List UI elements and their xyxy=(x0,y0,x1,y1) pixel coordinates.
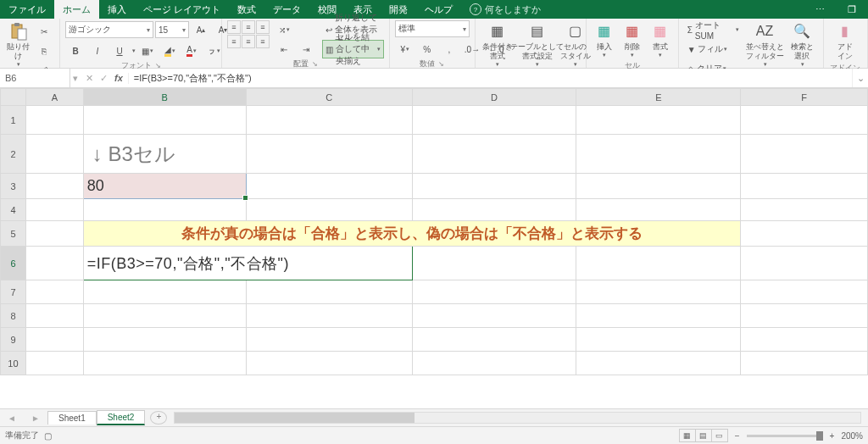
find-select-button[interactable]: 🔍検索と 選択▾ xyxy=(787,20,818,69)
tab-formulas[interactable]: 数式 xyxy=(229,0,264,19)
merge-center-button[interactable]: ▥ セルを結合して中央揃え▾ xyxy=(322,40,384,58)
row-header-8[interactable]: 8 xyxy=(1,304,26,328)
italic-button[interactable]: I xyxy=(87,42,108,60)
zoom-in-button[interactable]: + xyxy=(830,431,835,441)
border-button[interactable]: ▦▾ xyxy=(137,42,158,60)
namebox-dropdown-icon[interactable]: ▾ xyxy=(70,73,81,84)
row-header-6[interactable]: 6 xyxy=(1,247,26,280)
bold-button[interactable]: B xyxy=(65,42,86,60)
format-as-table-button[interactable]: ▤テーブルとして 書式設定▾ xyxy=(517,20,558,69)
decrease-indent-button[interactable]: ⇤ xyxy=(274,40,294,58)
window-restore-icon[interactable]: ❐ xyxy=(836,0,868,19)
row-header-10[interactable]: 10 xyxy=(1,352,26,375)
insert-cells-button[interactable]: ▦挿入▾ xyxy=(592,20,617,60)
col-header-A[interactable]: A xyxy=(25,89,83,106)
svg-rect-1 xyxy=(14,23,19,26)
increase-font-button[interactable]: A▴ xyxy=(191,20,211,39)
paste-icon xyxy=(9,22,28,41)
cf-icon: ▦ xyxy=(488,22,507,41)
font-size-combo[interactable]: 15▾ xyxy=(155,21,189,38)
sheet-nav-prev-icon[interactable]: ◄ xyxy=(0,413,24,423)
tab-file[interactable]: ファイル xyxy=(0,0,54,19)
fill-button[interactable]: ▼ フィル▾ xyxy=(684,40,743,58)
tab-insert[interactable]: 挿入 xyxy=(99,0,135,19)
font-name-combo[interactable]: 游ゴシック▾ xyxy=(65,21,153,38)
underline-button[interactable]: U xyxy=(109,42,130,60)
addin-button[interactable]: ▮アド イン xyxy=(829,20,861,63)
fx-icon[interactable]: fx xyxy=(114,73,123,83)
percent-button[interactable]: % xyxy=(417,40,437,58)
formula-bar-expand-icon[interactable]: ⌄ xyxy=(852,69,868,87)
tab-help[interactable]: ヘルプ xyxy=(416,0,461,19)
delete-icon: ▦ xyxy=(623,22,642,41)
font-color-button[interactable]: A▾ xyxy=(181,42,202,60)
macro-record-icon[interactable]: ▢ xyxy=(44,431,52,441)
col-header-D[interactable]: D xyxy=(412,89,576,106)
orientation-button[interactable]: ⤮▾ xyxy=(274,20,294,39)
alignment-grid[interactable]: ≡≡≡≡≡≡ xyxy=(227,20,270,48)
format-icon: ▦ xyxy=(651,22,670,41)
cell-B2[interactable]: ↓ B3セル xyxy=(83,135,246,174)
search-icon: 🔍 xyxy=(793,22,811,41)
row-header-1[interactable]: 1 xyxy=(1,106,26,135)
sheet-nav-next-icon[interactable]: ► xyxy=(24,413,47,423)
copy-button[interactable]: ⎘ xyxy=(34,42,54,60)
tell-me[interactable]: ? 何をしますか xyxy=(470,3,541,16)
table-icon: ▤ xyxy=(528,22,547,41)
cell-B6-active[interactable]: =IF(B3>=70,"合格","不合格") xyxy=(83,247,412,280)
spreadsheet-grid[interactable]: A B C D E F 1 2↓ B3セル 380 4 5条件が真の場合は「合格… xyxy=(0,88,868,408)
zoom-level[interactable]: 200% xyxy=(841,431,863,441)
tab-home[interactable]: ホーム xyxy=(54,0,99,19)
enter-formula-icon[interactable]: ✓ xyxy=(100,73,108,84)
col-header-F[interactable]: F xyxy=(741,89,868,106)
col-header-B[interactable]: B xyxy=(83,89,246,106)
font-color-icon: A xyxy=(186,45,192,57)
cancel-formula-icon[interactable]: ✕ xyxy=(86,73,93,84)
view-buttons[interactable]: ▦▤▭ xyxy=(680,429,728,442)
bucket-icon: ◢ xyxy=(164,45,171,57)
phonetic-button[interactable]: ㇷ▾ xyxy=(203,42,224,60)
row-header-4[interactable]: 4 xyxy=(1,199,26,221)
row-header-9[interactable]: 9 xyxy=(1,328,26,352)
tell-me-label: 何をしますか xyxy=(485,3,541,16)
formula-bar: B6 ▾ ✕ ✓ fx ⌄ xyxy=(0,69,868,88)
fill-color-button[interactable]: ◢▾ xyxy=(159,42,180,60)
ribbon: 貼り付け▾ ✂ ⎘ 🖌 クリップボード↘ 游ゴシック▾ 15▾ A▴ A▾ xyxy=(0,19,868,69)
row-header-7[interactable]: 7 xyxy=(1,280,26,304)
horizontal-scrollbar[interactable] xyxy=(174,412,861,424)
name-box[interactable]: B6 xyxy=(0,69,70,87)
conditional-formatting-button[interactable]: ▦条件付き 書式▾ xyxy=(481,20,515,69)
col-header-C[interactable]: C xyxy=(246,89,412,106)
cell-B3[interactable]: 80 xyxy=(83,174,246,199)
cut-button[interactable]: ✂ xyxy=(34,22,54,41)
tab-page-layout[interactable]: ページ レイアウト xyxy=(135,0,229,19)
col-header-E[interactable]: E xyxy=(576,89,741,106)
zoom-slider[interactable] xyxy=(747,435,823,437)
increase-indent-button[interactable]: ⇥ xyxy=(296,40,316,58)
number-format-combo[interactable]: 標準▾ xyxy=(395,20,470,37)
row-header-3[interactable]: 3 xyxy=(1,174,26,199)
sort-filter-button[interactable]: AZ並べ替えと フィルター▾ xyxy=(745,20,784,69)
sigma-icon: Σ xyxy=(687,25,693,35)
formula-input[interactable] xyxy=(129,69,852,87)
wrap-icon: ↩ xyxy=(326,25,332,35)
row-header-2[interactable]: 2 xyxy=(1,135,26,174)
tab-developer[interactable]: 開発 xyxy=(381,0,416,19)
select-all-corner[interactable] xyxy=(1,89,26,106)
bulb-icon: ? xyxy=(470,3,481,15)
row-header-5[interactable]: 5 xyxy=(1,221,26,247)
format-cells-button[interactable]: ▦書式▾ xyxy=(648,20,673,60)
sheet-tab-1[interactable]: Sheet1 xyxy=(47,411,97,425)
window-options-icon[interactable]: ⋯ xyxy=(804,0,836,19)
zoom-out-button[interactable]: − xyxy=(735,431,740,441)
new-sheet-button[interactable]: + xyxy=(150,411,167,425)
delete-cells-button[interactable]: ▦削除▾ xyxy=(620,20,645,60)
accounting-button[interactable]: ¥▾ xyxy=(395,40,415,58)
comma-button[interactable]: , xyxy=(439,40,459,58)
cell-B5-E5-merged[interactable]: 条件が真の場合は「合格」と表示し、偽の場合は「不合格」と表示する xyxy=(83,221,740,247)
sheet-tab-2[interactable]: Sheet2 xyxy=(97,410,146,425)
status-bar: 準備完了 ▢ ▦▤▭ − + 200% xyxy=(0,426,868,444)
paste-button[interactable]: 貼り付け▾ xyxy=(5,20,31,69)
autosum-button[interactable]: Σ オート SUM▾ xyxy=(684,20,743,39)
tab-data[interactable]: データ xyxy=(264,0,309,19)
